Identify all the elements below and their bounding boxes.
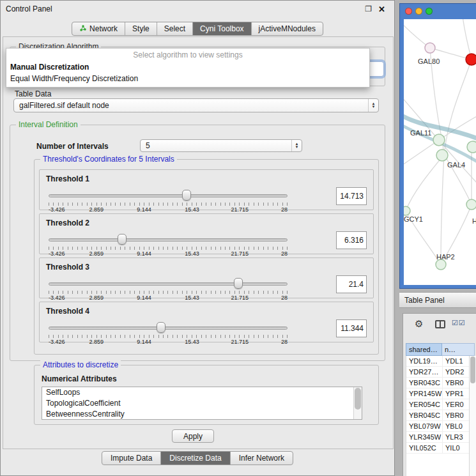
table-row[interactable]: YBL079W YBL0 [406, 421, 470, 432]
network-node[interactable] [467, 141, 476, 153]
minimize-traffic-light[interactable] [415, 8, 422, 15]
threshold-slider[interactable]: -3.426 2.859 9.144 15.43 21.715 28 [47, 321, 289, 342]
arrow-down-icon: ▼ [372, 105, 376, 109]
top-tab-bar: Network Style Select Cyni Toolbox jActiv… [72, 22, 323, 36]
table-row[interactable]: YER054C YER0 [406, 399, 470, 410]
close-window-icon[interactable]: ✕ [378, 4, 385, 14]
table-row[interactable]: YIL052C YIL0 [406, 443, 470, 454]
scrollbar-thumb[interactable] [355, 388, 361, 410]
list-item[interactable]: BetweennessCentrality [42, 409, 362, 420]
table-data-select[interactable]: galFiltered.sif default node ▲ ▼ [13, 98, 379, 112]
number-of-intervals-select[interactable]: 5 ▲ ▼ [140, 139, 302, 152]
tab-infer-network[interactable]: Infer Network [231, 452, 293, 464]
slider-track[interactable] [49, 194, 288, 197]
column-header-shared-name[interactable]: shared… [406, 343, 442, 356]
scrollbar-thumb[interactable] [470, 357, 475, 383]
tab-label: Cyni Toolbox [200, 24, 243, 33]
slider-scale: -3.426 2.859 9.144 15.43 21.715 28 [49, 206, 288, 213]
table-row[interactable]: YLR345W YLR3 [406, 432, 470, 443]
threshold-value-field[interactable]: 11.344 [336, 319, 367, 337]
slider-scale: -3.426 2.859 9.144 15.43 21.715 28 [49, 250, 288, 257]
network-node[interactable] [404, 206, 410, 215]
algorithm-option-equal-width[interactable]: Equal Width/Frequency Discretization [6, 73, 369, 84]
combo-arrows-icon: ▲ ▼ [368, 99, 378, 112]
network-node[interactable] [436, 150, 448, 161]
close-traffic-light[interactable] [405, 8, 412, 15]
tab-select[interactable]: Select [157, 22, 193, 35]
network-node[interactable] [425, 43, 435, 53]
list-item[interactable]: SelfLoops [42, 387, 362, 398]
table-row[interactable]: YPR145W YPR1 [406, 388, 470, 399]
attributes-group-title: Attributes to discretize [40, 360, 121, 369]
algorithm-option-manual[interactable]: Manual Discretization [6, 61, 369, 73]
float-window-icon[interactable]: ❐ [365, 4, 372, 13]
table-panel-header: Table Panel [399, 292, 476, 308]
tab-jactivemnodules[interactable]: jActiveMNodules [252, 22, 323, 35]
cell-name: YER0 [443, 399, 470, 410]
list-scrollbar[interactable] [353, 387, 362, 419]
node-label: H [472, 217, 476, 225]
column-header-name[interactable]: n… [442, 343, 475, 356]
threshold-value-field[interactable]: 21.4 [336, 275, 367, 293]
number-of-intervals-label: Number of Intervals [36, 142, 109, 151]
tab-network[interactable]: Network [72, 22, 125, 35]
slider-track[interactable] [49, 282, 288, 286]
node-label: GAL80 [418, 58, 440, 65]
threshold-slider[interactable]: -3.426 2.859 9.144 15.43 21.715 28 [47, 233, 289, 254]
cell-shared-name: YBL079W [406, 421, 443, 431]
tab-label: Style [132, 24, 150, 33]
threshold-value-field[interactable]: 14.713 [336, 187, 367, 205]
tab-label: jActiveMNodules [259, 24, 316, 33]
scale-label: 2.859 [89, 206, 104, 213]
threshold-value-field[interactable]: 6.316 [336, 231, 367, 249]
window-title: Control Panel [6, 4, 365, 13]
scale-label: 15.43 [185, 250, 199, 257]
network-node[interactable] [436, 259, 446, 270]
threshold-panel-1: Threshold 1 -3.426 2.859 9.144 15.43 21.… [39, 169, 374, 210]
slider-thumb[interactable] [118, 234, 127, 245]
slider-track[interactable] [49, 238, 288, 242]
table-data-label: Table Data [15, 89, 51, 98]
tab-label: Select [164, 24, 185, 33]
cell-shared-name: YER054C [406, 399, 443, 410]
slider-thumb[interactable] [182, 190, 191, 201]
network-canvas[interactable]: GAL80 GAL11 GAL4 GCY1 HAP2 H [404, 19, 476, 285]
numerical-attributes-list[interactable]: SelfLoops TopologicalCoefficient Between… [42, 387, 362, 420]
list-item[interactable]: TopologicalCoefficient [42, 398, 362, 409]
table-row[interactable]: YBR045C YBR0 [406, 410, 470, 421]
cell-name: YIL0 [443, 443, 470, 453]
column-selector-icon[interactable] [435, 320, 445, 328]
threshold-slider[interactable]: -3.426 2.859 9.144 15.43 21.715 28 [47, 277, 289, 298]
zoom-traffic-light[interactable] [426, 8, 433, 15]
network-node[interactable] [466, 199, 476, 210]
table-row[interactable]: YBR043C YBR0 [406, 378, 470, 388]
network-node[interactable] [433, 134, 445, 146]
tab-discretize-data[interactable]: Discretize Data [161, 452, 230, 464]
slider-thumb[interactable] [157, 322, 165, 333]
scale-label: 2.859 [89, 339, 104, 345]
tab-cyni-toolbox[interactable]: Cyni Toolbox [193, 22, 251, 35]
scale-label: 2.859 [89, 295, 104, 301]
slider-thumb[interactable] [234, 278, 243, 289]
scale-label: 21.715 [231, 339, 249, 345]
table-header-row: shared… n… [406, 343, 475, 356]
table-row[interactable]: YDL19… YDL1 [406, 356, 470, 367]
tab-impute-data[interactable]: Impute Data [102, 452, 161, 464]
network-icon [79, 24, 87, 34]
apply-button[interactable]: Apply [172, 429, 214, 443]
table-scrollbar[interactable] [469, 356, 476, 476]
slider-track[interactable] [49, 326, 288, 330]
tab-style[interactable]: Style [125, 22, 157, 35]
slider-scale: -3.426 2.859 9.144 15.43 21.715 28 [49, 295, 288, 301]
table-row[interactable]: YDR27… YDR2 [406, 367, 470, 378]
scale-label: 9.144 [137, 339, 151, 345]
checkbox-icons[interactable]: ☑☑ [452, 319, 466, 327]
slider-scale: -3.426 2.859 9.144 15.43 21.715 28 [49, 339, 288, 345]
tab-label: Infer Network [239, 454, 284, 463]
scale-label: 21.715 [231, 295, 249, 301]
gear-icon[interactable]: ⚙ [415, 318, 423, 330]
threshold-slider[interactable]: -3.426 2.859 9.144 15.43 21.715 28 [47, 189, 289, 210]
scale-label: 2.859 [89, 250, 104, 257]
node-label: GCY1 [404, 215, 423, 223]
selected-node[interactable] [466, 54, 476, 65]
